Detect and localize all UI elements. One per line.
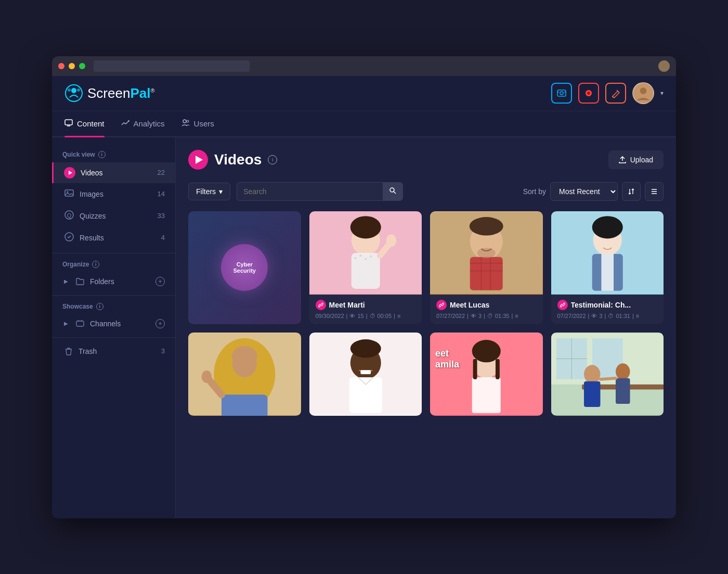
images-icon bbox=[64, 188, 74, 200]
folders-expand-arrow[interactable]: ▶ bbox=[64, 278, 68, 284]
record-icon bbox=[583, 88, 594, 98]
user-avatar[interactable] bbox=[632, 82, 654, 104]
organize-info-icon[interactable]: i bbox=[92, 261, 99, 268]
svg-rect-58 bbox=[472, 377, 501, 413]
sort-label: Sort by bbox=[523, 187, 546, 196]
browser-user-avatar bbox=[658, 60, 670, 72]
browser-chrome bbox=[52, 56, 676, 76]
video-title-row-lucas: Meet Lucas bbox=[436, 300, 537, 310]
view-list-button[interactable] bbox=[645, 182, 664, 201]
camila-overlay-text: eetamila bbox=[435, 348, 459, 370]
videos-label: Videos bbox=[81, 169, 103, 177]
nav-content[interactable]: Content bbox=[64, 111, 105, 136]
upload-button[interactable]: Upload bbox=[608, 150, 664, 169]
content-icon bbox=[64, 119, 73, 129]
search-button[interactable] bbox=[383, 183, 402, 200]
sidebar-item-trash[interactable]: Trash 3 bbox=[52, 342, 175, 361]
svg-point-3 bbox=[77, 88, 80, 92]
sidebar-item-results[interactable]: Results 4 bbox=[52, 227, 175, 249]
videos-count: 22 bbox=[158, 169, 165, 176]
svg-rect-10 bbox=[65, 120, 72, 125]
video-card-amira[interactable] bbox=[188, 333, 301, 416]
showcase-info-icon[interactable]: i bbox=[96, 303, 103, 310]
svg-point-12 bbox=[187, 120, 189, 122]
sort-area: Sort by Most Recent Oldest Name A-Z Name… bbox=[523, 182, 664, 201]
svg-point-37 bbox=[477, 248, 496, 258]
folders-label: Folders bbox=[90, 277, 114, 286]
top-actions: ▾ bbox=[551, 82, 664, 104]
sidebar-item-images[interactable]: Images 14 bbox=[52, 183, 175, 205]
images-count: 14 bbox=[158, 190, 165, 198]
video-duration-lucas: 01:35 bbox=[495, 313, 510, 319]
video-card-james[interactable] bbox=[309, 333, 422, 416]
svg-rect-47 bbox=[222, 394, 268, 416]
logo-bold: Pal bbox=[130, 85, 150, 101]
testimonial-svg bbox=[551, 211, 664, 295]
menu-marti: ≡ bbox=[397, 313, 400, 319]
sidebar-item-videos[interactable]: Videos 22 bbox=[52, 162, 175, 183]
video-card-testimonial[interactable]: Testimonial: Ch... 07/27/2022 | 👁 3 | ⏱ … bbox=[551, 211, 664, 324]
video-card-cyber-security[interactable]: CyberSecurity bbox=[188, 211, 301, 324]
nav-users[interactable]: Users bbox=[181, 111, 214, 136]
video-card-meet-lucas[interactable]: Meet Lucas 07/27/2022 | 👁 3 | ⏱ 01:35 bbox=[430, 211, 543, 324]
sort-select[interactable]: Most Recent Oldest Name A-Z Name Z-A bbox=[550, 182, 618, 201]
browser-minimize-dot[interactable] bbox=[69, 63, 75, 69]
svg-point-9 bbox=[640, 87, 647, 94]
sidebar-divider-1 bbox=[52, 253, 175, 253]
channels-expand-arrow[interactable]: ▶ bbox=[64, 321, 68, 326]
sort-direction-button[interactable] bbox=[622, 182, 641, 201]
showcase-title: Showcase i bbox=[52, 300, 175, 314]
video-meta-lucas: 07/27/2022 | 👁 3 | ⏱ 01:35 | ≡ bbox=[436, 313, 537, 319]
marti-svg bbox=[309, 211, 422, 295]
svg-point-11 bbox=[183, 120, 186, 123]
browser-url-bar[interactable] bbox=[94, 60, 250, 72]
video-info-testimonial: Testimonial: Ch... 07/27/2022 | 👁 3 | ⏱ … bbox=[551, 295, 664, 324]
screenshot-button[interactable] bbox=[551, 83, 572, 104]
sidebar-item-folders[interactable]: ▶ Folders + bbox=[52, 272, 175, 291]
video-card-meeting[interactable] bbox=[551, 333, 664, 416]
logo-icon bbox=[64, 84, 83, 103]
video-date-marti: 09/30/2022 bbox=[316, 313, 344, 319]
cyber-text: CyberSecurity bbox=[233, 261, 256, 274]
search-input[interactable] bbox=[237, 183, 383, 200]
svg-point-29 bbox=[350, 216, 381, 238]
eye-icon-lucas: 👁 bbox=[471, 313, 476, 319]
sub-navigation: Content Analytics bbox=[52, 111, 676, 137]
add-folder-button[interactable]: + bbox=[155, 277, 165, 286]
sep2: | bbox=[605, 313, 606, 319]
organize-label: Organize bbox=[62, 261, 89, 268]
users-icon bbox=[181, 119, 190, 129]
trash-label: Trash bbox=[79, 347, 97, 355]
quizzes-count: 33 bbox=[158, 212, 165, 220]
sidebar-item-quizzes[interactable]: Q Quizzes 33 bbox=[52, 205, 175, 227]
sep3: | bbox=[632, 313, 634, 319]
eye-icon-test: 👁 bbox=[591, 313, 597, 319]
video-meta-testimonial: 07/27/2022 | 👁 3 | ⏱ 01:31 | ≡ bbox=[557, 313, 658, 319]
sidebar-item-channels[interactable]: ▶ Channels + bbox=[52, 314, 175, 333]
link-icon-lucas bbox=[436, 300, 447, 310]
edit-icon bbox=[610, 88, 621, 98]
video-card-meet-marti[interactable]: Meet Marti 09/30/2022 | 👁 15 | ⏱ 00:05 bbox=[309, 211, 422, 324]
record-button[interactable] bbox=[578, 83, 599, 104]
title-info-icon[interactable]: i bbox=[268, 155, 277, 164]
clock-test: ⏱ bbox=[608, 313, 614, 319]
svg-point-59 bbox=[472, 340, 501, 362]
browser-maximize-dot[interactable] bbox=[79, 63, 85, 69]
add-channel-button[interactable]: + bbox=[155, 319, 165, 328]
video-title-row-marti: Meet Marti bbox=[316, 300, 416, 310]
quickview-info-icon[interactable]: i bbox=[98, 151, 106, 158]
nav-analytics[interactable]: Analytics bbox=[121, 111, 165, 136]
svg-rect-18 bbox=[76, 321, 84, 326]
filters-button[interactable]: Filters ▾ bbox=[188, 183, 230, 200]
svg-line-73 bbox=[600, 378, 616, 379]
james-svg bbox=[309, 333, 422, 416]
video-card-camila[interactable]: eetamila bbox=[430, 333, 543, 416]
edit-button[interactable] bbox=[605, 83, 626, 104]
svg-point-71 bbox=[615, 363, 630, 379]
video-grid: CyberSecurity bbox=[188, 211, 664, 416]
avatar-chevron[interactable]: ▾ bbox=[660, 90, 664, 97]
thumb-testimonial bbox=[551, 211, 664, 295]
svg-point-69 bbox=[583, 365, 600, 383]
svg-rect-70 bbox=[583, 381, 600, 406]
browser-close-dot[interactable] bbox=[58, 63, 64, 69]
